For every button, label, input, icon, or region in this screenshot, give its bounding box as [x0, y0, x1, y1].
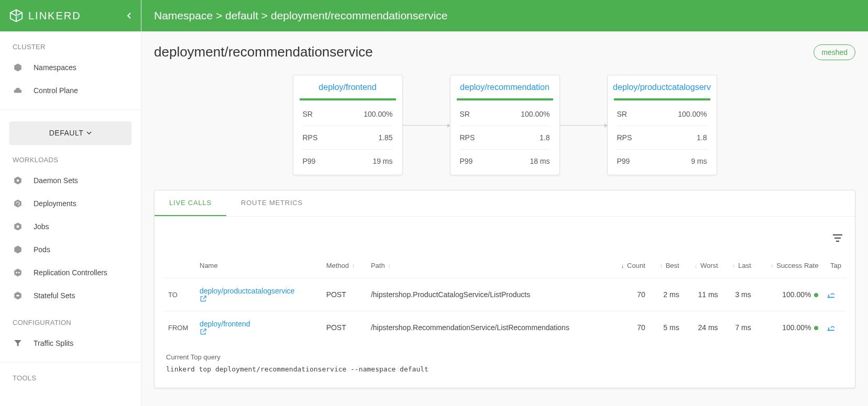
svg-point-8 — [18, 272, 20, 274]
sidebar-item-rc[interactable]: Replication Controllers — [0, 261, 141, 284]
sidebar-item-label: Replication Controllers — [34, 268, 107, 277]
sidebar-item-label: Traffic Splits — [34, 339, 73, 347]
card-title: deploy/productcatalogserv — [608, 75, 717, 98]
tab-route-metrics[interactable]: ROUTE METRICS — [226, 190, 317, 216]
logo[interactable]: LINKERD — [8, 8, 81, 24]
page-title: deployment/recommendationservice — [154, 44, 373, 60]
main: Namespace > default > deployment/recomme… — [141, 0, 868, 406]
tap-icon — [827, 291, 835, 298]
card-rps-value: 1.8 — [540, 133, 550, 142]
resource-link[interactable]: deploy/frontend — [200, 320, 250, 328]
sort-asc-icon: ↑ — [660, 263, 663, 269]
card-p99-label: P99 — [460, 157, 473, 165]
external-link-icon — [200, 328, 207, 335]
sort-asc-icon: ↑ — [388, 263, 391, 269]
linkerd-logo-icon — [8, 8, 24, 24]
row-direction: TO — [164, 278, 195, 311]
row-path: /hipstershop.ProductCatalogService/ListP… — [367, 278, 610, 311]
card-rps-label: RPS — [303, 133, 318, 142]
deployment-icon — [13, 198, 23, 209]
card-recommendation[interactable]: deploy/recommendation SR100.00% RPS1.8 P… — [450, 75, 560, 175]
sidebar-item-daemonsets[interactable]: Daemon Sets — [0, 169, 141, 192]
th-worst[interactable]: ↓ Worst — [684, 256, 722, 278]
row-name: deploy/productcatalogservice — [195, 278, 322, 311]
external-link-button[interactable] — [200, 295, 318, 302]
hexagon-icon — [13, 62, 23, 73]
card-p99-label: P99 — [617, 157, 630, 165]
sidebar-item-control-plane[interactable]: Control Plane — [0, 79, 141, 102]
row-worst: 24 ms — [684, 311, 722, 344]
sort-desc-icon: ↓ — [621, 263, 624, 269]
tap-icon — [827, 324, 835, 331]
sidebar-item-jobs[interactable]: Jobs — [0, 215, 141, 238]
th-last[interactable]: ↑ Last — [722, 256, 755, 278]
card-rps-value: 1.85 — [378, 133, 392, 142]
card-title: deploy/frontend — [293, 75, 402, 98]
row-method: POST — [322, 278, 367, 311]
sort-asc-icon: ↑ — [732, 263, 735, 269]
card-p99-label: P99 — [303, 157, 316, 165]
funnel-icon — [13, 338, 23, 348]
topbar: Namespace > default > deployment/recomme… — [141, 0, 868, 31]
sidebar-item-label: Stateful Sets — [34, 291, 75, 300]
sort-desc-icon: ↓ — [695, 263, 698, 269]
svg-point-1 — [17, 179, 19, 182]
sidebar-item-label: Pods — [34, 245, 50, 254]
sidebar-item-label: Control Plane — [34, 86, 78, 95]
rc-icon — [13, 267, 23, 278]
sidebar-item-traffic-splits[interactable]: Traffic Splits — [0, 332, 141, 355]
th-method[interactable]: Method ↑ — [322, 256, 367, 278]
th-count[interactable]: ↓ Count — [610, 256, 650, 278]
svg-marker-2 — [14, 200, 21, 208]
sidebar-item-deployments[interactable]: Deployments — [0, 192, 141, 215]
namespace-selector-label: DEFAULT — [49, 129, 83, 137]
card-title: deploy/recommendation — [451, 75, 559, 98]
th-path[interactable]: Path ↑ — [367, 256, 610, 278]
row-direction: FROM — [164, 311, 195, 344]
sidebar-item-label: Daemon Sets — [34, 176, 78, 185]
card-sr-label: SR — [617, 110, 627, 118]
filter-icon — [833, 234, 842, 242]
chevron-left-icon — [126, 12, 131, 19]
row-path: /hipstershop.RecommendationService/ListR… — [367, 311, 610, 344]
card-frontend[interactable]: deploy/frontend SR100.00% RPS1.85 P9919 … — [293, 75, 403, 175]
th-tap[interactable]: Tap — [822, 256, 845, 278]
success-dot-icon — [814, 326, 818, 330]
external-link-button[interactable] — [200, 328, 318, 335]
card-sr-value: 100.00% — [678, 110, 707, 118]
row-name: deploy/frontend — [195, 311, 322, 344]
tabs: LIVE CALLS ROUTE METRICS — [155, 190, 855, 217]
sidebar-item-label: Namespaces — [34, 63, 76, 72]
job-icon — [13, 221, 23, 232]
card-p99-value: 18 ms — [530, 157, 550, 165]
resource-link[interactable]: deploy/productcatalogservice — [200, 287, 294, 295]
tap-button[interactable] — [827, 324, 841, 331]
th-success[interactable]: ↑ Success Rate — [755, 256, 823, 278]
pod-icon — [13, 244, 23, 255]
sidebar-item-namespaces[interactable]: Namespaces — [0, 56, 141, 79]
query-section: Current Top query linkerd top deployment… — [155, 344, 855, 388]
daemonset-icon — [13, 175, 23, 186]
tap-button[interactable] — [827, 291, 841, 298]
section-tools: TOOLS — [0, 363, 141, 387]
calls-panel: LIVE CALLS ROUTE METRICS Name — [154, 190, 855, 388]
namespace-selector[interactable]: DEFAULT — [9, 121, 131, 144]
card-p99-value: 9 ms — [691, 157, 707, 165]
card-sr-label: SR — [303, 110, 313, 118]
arrow-connector — [560, 125, 607, 126]
card-sr-value: 100.00% — [364, 110, 392, 118]
svg-point-7 — [16, 272, 17, 274]
collapse-sidebar-button[interactable] — [126, 12, 131, 19]
filter-button[interactable] — [833, 234, 842, 242]
card-rps-value: 1.8 — [697, 133, 707, 142]
topology-cards: deploy/frontend SR100.00% RPS1.85 P9919 … — [154, 75, 855, 175]
card-productcatalog[interactable]: deploy/productcatalogserv SR100.00% RPS1… — [607, 75, 717, 175]
row-count: 70 — [610, 278, 650, 311]
tab-live-calls[interactable]: LIVE CALLS — [155, 190, 226, 216]
th-name[interactable]: Name — [195, 256, 322, 278]
card-rps-label: RPS — [617, 133, 632, 142]
th-best[interactable]: ↑ Best — [650, 256, 684, 278]
sidebar-item-pods[interactable]: Pods — [0, 238, 141, 261]
sort-asc-icon: ↑ — [352, 263, 355, 269]
sidebar-item-statefulsets[interactable]: Stateful Sets — [0, 284, 141, 307]
